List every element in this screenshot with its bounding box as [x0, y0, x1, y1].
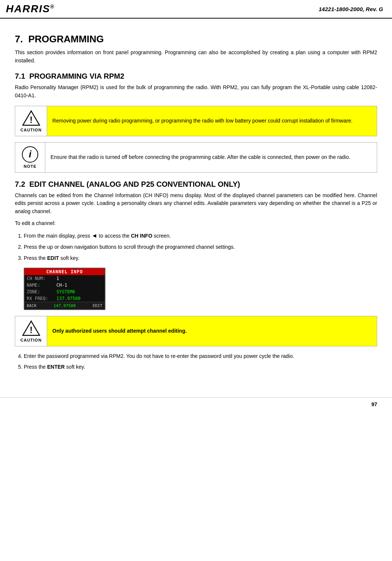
document-id: 14221-1800-2000, Rev. G — [319, 6, 383, 12]
step-5: Press the ENTER soft key. — [24, 363, 377, 371]
step-4: Enter the password programmed via RPM2. … — [24, 352, 377, 361]
step-1-text-before: From the main display, press — [24, 233, 92, 239]
channel-row-name: NAME: CH-1 — [24, 282, 105, 288]
section-7-2-to-edit: To edit a channel: — [15, 219, 377, 228]
svg-text:!: ! — [30, 325, 33, 335]
step-3-after: soft key. — [59, 255, 79, 261]
note-box-1: i NOTE Ensure that the radio is turned o… — [15, 142, 377, 173]
section-7-2-heading: 7.2 EDIT CHANNEL (ANALOG AND P25 CONVENT… — [15, 180, 377, 189]
caution-label-2: CAUTION — [20, 338, 42, 342]
note-label-1: NOTE — [24, 164, 37, 169]
step-1-text-end: screen. — [152, 233, 171, 239]
zone-label: ZONE: — [27, 289, 56, 294]
page-footer: 97 — [0, 397, 392, 411]
step-1-bold: CH INFO — [131, 233, 153, 239]
company-logo: HARRIS® — [6, 3, 55, 15]
caution-text-2: Only authorized users should attempt cha… — [47, 316, 377, 346]
caution-triangle-icon-2: ! — [22, 320, 40, 336]
channel-info-footer: BACK 147.97500 EDIT — [24, 302, 105, 309]
footer-edit: EDIT — [92, 303, 102, 308]
page-number: 97 — [371, 401, 377, 407]
step-1-text-after: to access the — [97, 233, 131, 239]
caution-text-1: Removing power during radio programming,… — [47, 106, 377, 136]
step-5-after: soft key. — [65, 364, 85, 370]
footer-back: BACK — [27, 303, 37, 308]
channel-row-rx-freq: RX FREQ: 137.97500 — [24, 295, 105, 302]
ch-num-label: CH NUM: — [27, 276, 56, 281]
ch-num-value: 1 — [56, 276, 59, 281]
channel-row-zone: ZONE: SYSTEM6 — [24, 288, 105, 295]
step-1: From the main display, press ◄ to access… — [24, 231, 377, 241]
channel-row-ch-num: CH NUM: 1 — [24, 275, 105, 282]
section-7-1-body: Radio Personality Manager (RPM2) is used… — [15, 84, 377, 100]
step-2: Press the up or down navigation buttons … — [24, 243, 377, 251]
caution-label-1: CAUTION — [20, 128, 42, 132]
note-text-1: Ensure that the radio is turned off befo… — [45, 143, 377, 172]
section-7-body: This section provides information on fro… — [15, 49, 377, 65]
caution-box-2: ! CAUTION Only authorized users should a… — [15, 316, 377, 346]
logo-registered: ® — [50, 4, 55, 10]
svg-text:!: ! — [30, 115, 33, 125]
step-5-before: Press the — [24, 364, 47, 370]
channel-info-title: CHANNEL INFO — [24, 268, 105, 275]
caution-triangle-icon-1: ! — [22, 110, 40, 126]
step-3: Press the EDIT soft key. — [24, 254, 377, 262]
note-icon-area-1: i NOTE — [15, 143, 45, 172]
section-7-heading: 7. PROGRAMMING — [15, 33, 377, 45]
caution-icon-area-1: ! CAUTION — [15, 106, 47, 136]
page-content: 7. PROGRAMMING This section provides inf… — [0, 19, 392, 390]
edit-channel-steps: From the main display, press ◄ to access… — [24, 231, 377, 262]
footer-tx-freq: 147.97500 — [53, 303, 76, 308]
section-7-2-intro: Channels can be edited from the Channel … — [15, 192, 377, 216]
step-1-arrow: ◄ — [92, 232, 98, 239]
section-7-1-heading: 7.1 PROGRAMMING VIA RPM2 — [15, 72, 377, 81]
page-header: HARRIS® 14221-1800-2000, Rev. G — [0, 0, 392, 19]
name-label: NAME: — [27, 283, 56, 288]
channel-info-screen: CHANNEL INFO CH NUM: 1 NAME: CH-1 ZONE: … — [24, 268, 105, 310]
step-5-bold: ENTER — [47, 364, 65, 370]
caution-icon-area-2: ! CAUTION — [15, 316, 47, 346]
step-3-bold: EDIT — [47, 255, 59, 261]
logo-text: HARRIS — [6, 3, 50, 14]
edit-channel-steps-2: Enter the password programmed via RPM2. … — [24, 352, 377, 371]
zone-value: SYSTEM6 — [56, 289, 75, 294]
caution-box-1: ! CAUTION Removing power during radio pr… — [15, 106, 377, 136]
rx-freq-label: RX FREQ: — [27, 296, 56, 301]
note-circle-icon: i — [22, 146, 38, 163]
caution-text-2-bold: Only authorized users should attempt cha… — [52, 327, 187, 335]
step-3-before: Press the — [24, 255, 47, 261]
name-value: CH-1 — [56, 283, 67, 288]
rx-freq-value: 137.97500 — [56, 296, 81, 301]
